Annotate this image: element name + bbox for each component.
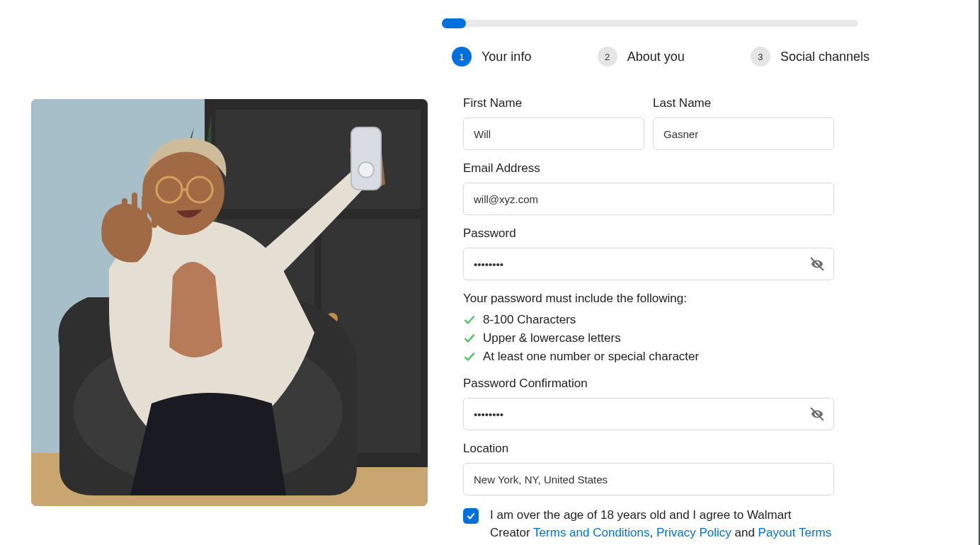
signup-form: First Name Last Name Email Address Passw… (463, 96, 834, 541)
step-badge-1: 1 (452, 47, 472, 67)
first-name-input[interactable] (463, 117, 644, 150)
password-requirement: Upper & lowercase letters (463, 331, 834, 345)
progress-indicator (442, 18, 466, 28)
svg-point-18 (358, 162, 374, 178)
consent-sep: , (650, 526, 656, 539)
email-input[interactable] (463, 183, 834, 215)
first-name-label: First Name (463, 96, 644, 110)
password-confirm-input[interactable] (463, 398, 834, 430)
password-field: Password (463, 226, 834, 280)
step-label: About you (627, 50, 685, 64)
step-badge-3: 3 (751, 47, 770, 67)
svg-rect-17 (351, 127, 381, 190)
password-input[interactable] (463, 248, 834, 280)
password-confirm-label: Password Confirmation (463, 377, 834, 391)
step-label: Social channels (780, 50, 870, 64)
steps-row: 1 Your info 2 About you 3 Social channel… (452, 47, 870, 67)
step-social-channels[interactable]: 3 Social channels (751, 47, 870, 67)
svg-rect-3 (215, 110, 421, 209)
password-label: Password (463, 226, 834, 241)
password-requirement: 8-100 Characters (463, 313, 834, 327)
svg-rect-13 (122, 198, 127, 226)
password-requirement-text: 8-100 Characters (483, 313, 576, 327)
hero-image (31, 99, 428, 506)
location-label: Location (463, 442, 834, 456)
svg-rect-16 (152, 204, 157, 228)
password-requirements-heading: Your password must include the following… (463, 292, 834, 306)
consent-row: I am over the age of 18 years old and I … (463, 507, 834, 541)
password-requirements-list: 8-100 Characters Upper & lowercase lette… (463, 313, 834, 364)
svg-rect-14 (132, 193, 137, 226)
password-requirement-text: Upper & lowercase letters (483, 331, 621, 345)
password-requirement-text: At least one number or special character (483, 350, 699, 364)
first-name-field: First Name (463, 96, 644, 150)
consent-text: I am over the age of 18 years old and I … (490, 507, 834, 541)
toggle-password-visibility-icon[interactable] (807, 254, 827, 274)
toggle-confirm-visibility-icon[interactable] (807, 404, 827, 424)
check-icon (463, 350, 476, 363)
terms-link[interactable]: Terms and Conditions (533, 526, 649, 539)
password-confirm-field: Password Confirmation (463, 377, 834, 430)
progress-track (442, 20, 858, 27)
step-your-info[interactable]: 1 Your info (452, 47, 531, 67)
step-badge-2: 2 (598, 47, 617, 67)
last-name-label: Last Name (653, 96, 834, 110)
location-input[interactable] (463, 463, 834, 495)
password-requirement: At least one number or special character (463, 350, 834, 364)
last-name-field: Last Name (653, 96, 834, 150)
privacy-link[interactable]: Privacy Policy (656, 526, 731, 539)
check-icon (463, 314, 476, 326)
consent-checkbox[interactable] (463, 508, 479, 524)
email-label: Email Address (463, 161, 834, 176)
step-label: Your info (482, 50, 531, 64)
svg-rect-15 (142, 195, 147, 226)
location-field: Location (463, 442, 834, 495)
check-icon (463, 332, 476, 345)
consent-sep: and (731, 526, 758, 539)
step-about-you[interactable]: 2 About you (598, 47, 685, 67)
payout-terms-link[interactable]: Payout Terms (758, 526, 832, 539)
last-name-input[interactable] (653, 117, 834, 150)
email-field: Email Address (463, 161, 834, 215)
progress-bar (442, 20, 858, 27)
